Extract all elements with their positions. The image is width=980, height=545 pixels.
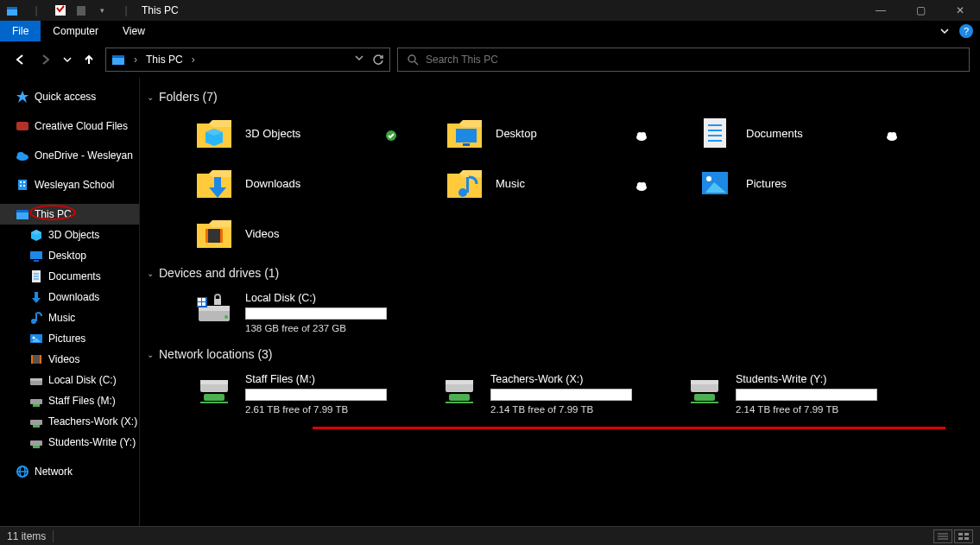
- folder-item-music[interactable]: Music: [446, 164, 696, 202]
- up-button[interactable]: [79, 50, 98, 69]
- folder-item-desktop[interactable]: Desktop: [446, 114, 696, 152]
- disclose-icon[interactable]: ⌄: [147, 269, 154, 278]
- chevron-right-icon[interactable]: ›: [130, 54, 141, 66]
- network-drive-students-write-y-[interactable]: Students-Write (Y:) 2.14 TB free of 7.99…: [686, 370, 931, 418]
- sidebar-item-3d-objects[interactable]: 3D Objects: [0, 225, 139, 245]
- close-button[interactable]: ✕: [940, 0, 980, 21]
- sidebar-item-documents[interactable]: Documents: [0, 266, 139, 287]
- sidebar-item-staff-files-m-[interactable]: Staff Files (M:): [0, 390, 139, 411]
- qat-newfolder-icon[interactable]: [73, 2, 90, 19]
- svg-point-74: [458, 188, 467, 197]
- chevron-right-icon-2[interactable]: ›: [188, 54, 199, 66]
- svg-rect-95: [214, 299, 221, 305]
- minimize-button[interactable]: —: [861, 0, 901, 21]
- sidebar-item-local-disk-c-[interactable]: Local Disk (C:): [0, 370, 139, 390]
- folder-item-pictures[interactable]: Pictures: [696, 164, 946, 202]
- svg-rect-111: [958, 533, 963, 535]
- search-box[interactable]: [397, 48, 970, 72]
- cloud-overlay-icon: [635, 130, 648, 142]
- sidebar-item-label: Wesleyan School: [35, 179, 115, 191]
- sidebar-item-pictures[interactable]: Pictures: [0, 328, 139, 349]
- drive-free-text: 2.61 TB free of 7.99 TB: [245, 404, 387, 415]
- sidebar-item-label: This PC: [35, 208, 72, 220]
- cloud-icon: [16, 149, 29, 162]
- folder-item-videos[interactable]: Videos: [195, 214, 446, 252]
- forward-button[interactable]: [36, 50, 55, 69]
- svg-rect-14: [23, 181, 25, 183]
- sidebar-item-label: Desktop: [48, 250, 86, 262]
- address-dropdown-icon[interactable]: [355, 54, 364, 66]
- sidebar-item-label: Teachers-Work (X:): [48, 415, 137, 428]
- drive-label: Teachers-Work (X:): [490, 373, 632, 385]
- svg-rect-113: [958, 537, 963, 540]
- qat-separator: |: [28, 2, 45, 19]
- status-item-count: 11 items: [7, 530, 46, 542]
- desktop-icon: [29, 249, 43, 263]
- drive-capacity-bar: [736, 389, 877, 401]
- svg-point-32: [33, 337, 35, 339]
- disclose-icon[interactable]: ⌄: [147, 350, 154, 359]
- ribbon-tab-file[interactable]: File: [0, 21, 41, 41]
- cc-icon: [16, 119, 29, 133]
- sidebar-item-onedrive-wesleyan[interactable]: OneDrive - Wesleyan: [0, 145, 139, 166]
- sidebar-item-students-write-y-[interactable]: Students-Write (Y:): [0, 432, 139, 453]
- network-drive-icon: [686, 373, 724, 408]
- svg-rect-55: [456, 129, 477, 143]
- sidebar-item-music[interactable]: Music: [0, 307, 139, 328]
- sidebar-item-teachers-work-x-[interactable]: Teachers-Work (X:): [0, 411, 139, 432]
- help-button[interactable]: ?: [959, 24, 973, 38]
- doc-icon: [696, 117, 734, 149]
- svg-rect-9: [16, 122, 28, 130]
- sidebar-item-this-pc[interactable]: This PC: [0, 204, 139, 225]
- folder-label: Music: [496, 177, 525, 190]
- svg-rect-0: [7, 9, 17, 16]
- folder-item-documents[interactable]: Documents: [696, 114, 946, 152]
- ribbon-tab-computer[interactable]: Computer: [41, 21, 111, 41]
- svg-rect-92: [202, 298, 205, 301]
- address-location[interactable]: This PC: [146, 54, 183, 66]
- sidebar-item-network[interactable]: Network: [0, 461, 139, 482]
- network-drive-staff-files-m-[interactable]: Staff Files (M:) 2.61 TB free of 7.99 TB: [195, 370, 440, 418]
- sidebar-item-label: Music: [48, 312, 75, 324]
- cloud-overlay-icon: [635, 180, 648, 192]
- disk-icon: [29, 373, 43, 387]
- ribbon-expand-icon[interactable]: [937, 26, 952, 36]
- network-drive-teachers-work-x-[interactable]: Teachers-Work (X:) 2.14 TB free of 7.99 …: [440, 370, 686, 418]
- sidebar-item-desktop[interactable]: Desktop: [0, 245, 139, 266]
- svg-rect-27: [35, 292, 38, 298]
- drive-local-disk-c-[interactable]: Local Disk (C:) 138 GB free of 237 GB: [195, 288, 440, 337]
- view-large-button[interactable]: [954, 529, 973, 543]
- folder-item-downloads[interactable]: Downloads: [195, 164, 446, 202]
- qat-separator-2: |: [117, 2, 135, 19]
- navigation-sidebar: Quick accessCreative Cloud FilesOneDrive…: [0, 78, 140, 526]
- group-header-folders[interactable]: ⌄ Folders (7): [140, 85, 980, 109]
- sidebar-item-videos[interactable]: Videos: [0, 349, 139, 370]
- qat-properties-icon[interactable]: [52, 2, 69, 19]
- back-button[interactable]: [10, 50, 29, 69]
- sidebar-item-downloads[interactable]: Downloads: [0, 287, 139, 307]
- svg-rect-41: [30, 420, 42, 425]
- svg-rect-102: [449, 394, 470, 401]
- qat-dropdown-icon[interactable]: ▾: [93, 2, 111, 19]
- search-input[interactable]: [426, 54, 960, 66]
- recent-dropdown[interactable]: [62, 50, 73, 69]
- address-bar[interactable]: › This PC ›: [105, 48, 390, 72]
- sidebar-item-quick-access[interactable]: Quick access: [0, 86, 139, 107]
- svg-rect-101: [446, 380, 473, 384]
- view-details-button[interactable]: [933, 529, 952, 543]
- group-header-drives[interactable]: ⌄ Devices and drives (1): [140, 261, 980, 285]
- disclose-icon[interactable]: ⌄: [147, 92, 154, 102]
- sidebar-item-label: 3D Objects: [48, 229, 99, 241]
- net-icon: [16, 465, 29, 478]
- folder-item-3d-objects[interactable]: 3D Objects: [195, 114, 446, 152]
- sidebar-item-creative-cloud-files[interactable]: Creative Cloud Files: [0, 116, 139, 136]
- ribbon-tab-view[interactable]: View: [111, 21, 157, 41]
- svg-rect-86: [220, 229, 223, 243]
- svg-rect-30: [35, 313, 37, 321]
- maximize-button[interactable]: ▢: [901, 0, 940, 21]
- sidebar-item-wesleyan-school[interactable]: Wesleyan School: [0, 174, 139, 195]
- svg-rect-18: [16, 210, 28, 212]
- refresh-icon[interactable]: [372, 54, 384, 66]
- group-header-network[interactable]: ⌄ Network locations (3): [140, 342, 980, 366]
- svg-rect-56: [463, 143, 470, 146]
